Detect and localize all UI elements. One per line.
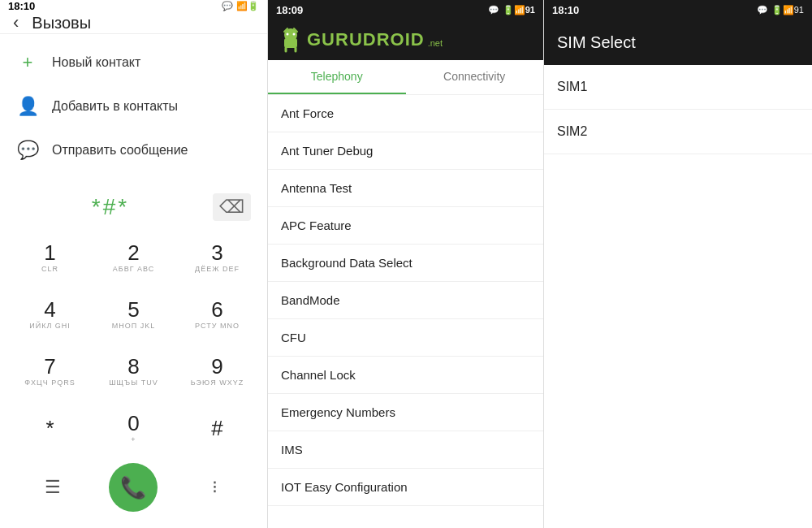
engineer-panel: 18:09 💬 🔋📶91 GURUDROID .net Telephon xyxy=(268,0,544,528)
phone-icon: 📞 xyxy=(120,475,146,500)
dialpad-display: *#* xyxy=(16,194,205,220)
list-item-ant-force[interactable]: Ant Force xyxy=(268,95,543,132)
tabs-row: Telephony Connectivity xyxy=(268,60,543,95)
whatsapp-icon: 💬 xyxy=(222,1,233,11)
tab-telephony[interactable]: Telephony xyxy=(268,60,406,94)
sim-select-panel: 18:10 💬 🔋📶91 SIM Select SIM1 SIM2 xyxy=(544,0,812,528)
add-icon: + xyxy=(16,52,39,73)
dial-key-8[interactable]: 8 ШЩЪЫ TUV xyxy=(92,343,175,400)
send-message-label: Отправить сообщение xyxy=(52,143,188,158)
dial-key-hash[interactable]: # xyxy=(175,400,259,457)
menu-button[interactable]: ☰ xyxy=(37,471,69,504)
list-item-antenna-test[interactable]: Antenna Test xyxy=(268,170,543,207)
list-item-ant-tuner[interactable]: Ant Tuner Debug xyxy=(268,132,543,170)
call-button[interactable]: 📞 xyxy=(109,463,158,512)
status-bar-sim: 18:10 💬 🔋📶91 xyxy=(544,0,812,19)
status-bar-calls: 18:10 💬 📶🔋 xyxy=(0,0,267,12)
dial-key-4[interactable]: 4 ИЙКЛ GHI xyxy=(8,286,92,343)
status-icons-sim: 💬 🔋📶91 xyxy=(757,5,804,15)
add-to-contacts-label: Добавить в контакты xyxy=(52,99,178,114)
grid-icon: ⁝ xyxy=(212,477,218,498)
calls-menu: + Новый контакт 👤 Добавить в контакты 💬 … xyxy=(0,34,267,179)
list-item-channel-lock[interactable]: Channel Lock xyxy=(268,357,543,394)
dialpad-section: *#* ⌫ 1 CLR 2 АБВГ АВС 3 ДЁЕЖ DEF 4 ИЙКЛ… xyxy=(0,185,267,528)
engineer-list: Ant Force Ant Tuner Debug Antenna Test A… xyxy=(268,95,543,528)
message-icon: 💬 xyxy=(16,140,39,161)
svg-rect-1 xyxy=(284,38,297,48)
whatsapp-icon-sim: 💬 xyxy=(757,5,768,15)
android-icon xyxy=(278,27,304,53)
send-message-item[interactable]: 💬 Отправить сообщение xyxy=(0,128,267,172)
dialpad-input-row: *#* ⌫ xyxy=(0,185,267,229)
list-item-cfu[interactable]: CFU xyxy=(268,319,543,357)
back-button[interactable]: ‹ xyxy=(13,12,19,33)
dial-key-2[interactable]: 2 АБВГ АВС xyxy=(92,229,175,286)
calls-title: Вызовы xyxy=(32,14,91,32)
hamburger-icon: ☰ xyxy=(45,477,61,498)
dial-key-1[interactable]: 1 CLR xyxy=(8,229,92,286)
dialpad-bottom-row: ☰ 📞 ⁝ xyxy=(0,457,267,522)
new-contact-item[interactable]: + Новый контакт xyxy=(0,41,267,84)
add-to-contacts-item[interactable]: 👤 Добавить в контакты xyxy=(0,84,267,128)
status-icons-calls: 💬 📶🔋 xyxy=(222,1,259,11)
logo-net: .net xyxy=(428,38,443,48)
backspace-button[interactable]: ⌫ xyxy=(213,193,251,221)
dial-key-9[interactable]: 9 ЬЭЮЯ WXYZ xyxy=(175,343,259,400)
status-bar-engineer: 18:09 💬 🔋📶91 xyxy=(268,0,543,19)
list-item-apc-feature[interactable]: APC Feature xyxy=(268,207,543,245)
sim2-option[interactable]: SIM2 xyxy=(544,110,812,154)
svg-point-5 xyxy=(293,33,296,36)
whatsapp-icon-eng: 💬 xyxy=(488,5,499,15)
dial-key-6[interactable]: 6 РСТУ MNO xyxy=(175,286,259,343)
signal-icons: 📶🔋 xyxy=(236,1,259,11)
person-icon: 👤 xyxy=(16,96,39,117)
signal-battery-eng: 🔋📶91 xyxy=(503,5,535,15)
dial-key-3[interactable]: 3 ДЁЕЖ DEF xyxy=(175,229,259,286)
list-item-bandmode[interactable]: BandMode xyxy=(268,282,543,319)
sim-title-bar: SIM Select xyxy=(544,19,812,65)
status-time-sim: 18:10 xyxy=(552,4,579,16)
dialpad-button[interactable]: ⁝ xyxy=(198,471,231,504)
list-item-iot[interactable]: IOT Easy Configuration xyxy=(268,469,543,506)
dial-key-5[interactable]: 5 МНОП JKL xyxy=(92,286,175,343)
status-time-engineer: 18:09 xyxy=(276,4,303,16)
dial-key-0[interactable]: 0 + xyxy=(92,400,175,457)
dial-key-7[interactable]: 7 ФХЦЧ PQRS xyxy=(8,343,92,400)
logo-text: GURUDROID xyxy=(307,29,425,50)
sim1-option[interactable]: SIM1 xyxy=(544,65,812,110)
status-icons-engineer: 💬 🔋📶91 xyxy=(488,5,535,15)
sim-list: SIM1 SIM2 xyxy=(544,65,812,528)
sim-select-title: SIM Select xyxy=(557,33,636,52)
calls-header: ‹ Вызовы xyxy=(0,12,267,34)
list-item-emergency[interactable]: Emergency Numbers xyxy=(268,394,543,431)
engineer-header: GURUDROID .net xyxy=(268,19,543,60)
new-contact-label: Новый контакт xyxy=(52,55,140,70)
list-item-ims[interactable]: IMS xyxy=(268,431,543,469)
dialpad-grid: 1 CLR 2 АБВГ АВС 3 ДЁЕЖ DEF 4 ИЙКЛ GHI 5… xyxy=(0,229,267,457)
calls-panel: 18:10 💬 📶🔋 ‹ Вызовы + Новый контакт 👤 До… xyxy=(0,0,268,528)
signal-battery-sim: 🔋📶91 xyxy=(771,5,804,15)
svg-point-4 xyxy=(287,33,289,36)
tab-connectivity[interactable]: Connectivity xyxy=(406,60,544,94)
status-time-calls: 18:10 xyxy=(8,0,35,12)
gurudroid-logo: GURUDROID .net xyxy=(278,27,443,53)
list-item-background-data[interactable]: Background Data Select xyxy=(268,245,543,282)
dial-key-star[interactable]: * xyxy=(8,400,92,457)
